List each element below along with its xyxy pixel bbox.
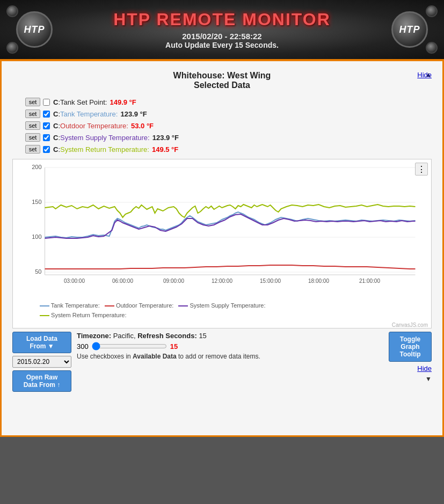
list-item: set C:Tank Set Point: 149.9 °F <box>25 98 432 106</box>
refresh-current-value: 15 <box>170 342 178 350</box>
load-data-button[interactable]: Load DataFrom ▼ <box>12 332 71 353</box>
svg-text:100: 100 <box>32 233 41 240</box>
set-button-5[interactable]: set <box>25 145 40 154</box>
svg-text:18:00:00: 18:00:00 <box>308 278 329 284</box>
checkbox-4[interactable] <box>43 134 50 141</box>
canvasjs-credit: CanvasJS.com <box>13 322 431 328</box>
main-content: Whitehouse: West Wing Selected Data ▲ Hi… <box>0 61 444 437</box>
svg-text:12:00:00: 12:00:00 <box>212 278 232 284</box>
set-button-4[interactable]: set <box>25 133 40 142</box>
list-item: set C:Tank Temperature: 123.9 °F <box>25 109 432 118</box>
slider-min-label: 300 <box>77 342 89 350</box>
timezone-value: Pacific <box>113 332 134 340</box>
header-datetime: 2015/02/20 - 22:58:22 <box>182 32 261 41</box>
tank-temp-line <box>45 212 416 238</box>
hide-link-bottom[interactable]: Hide <box>417 364 432 372</box>
outdoor-temp-line <box>45 265 416 269</box>
chart-legend: Tank Temperature: Outdoor Temperature: S… <box>13 299 431 322</box>
checkbox-5[interactable] <box>43 146 50 153</box>
screw-bottom-left <box>6 42 18 54</box>
header-autoupdate: Auto Update Every 15 Seconds. <box>165 41 279 49</box>
svg-text:50: 50 <box>35 268 41 275</box>
bottom-controls: Load DataFrom ▼ 2015.02.20 Open RawData … <box>12 332 432 392</box>
date-select[interactable]: 2015.02.20 <box>12 356 71 368</box>
svg-text:15:00:00: 15:00:00 <box>260 278 281 284</box>
checkbox-3[interactable] <box>43 122 50 129</box>
center-controls: Timezone: Pacific, Refresh Seconds: 15 3… <box>77 332 383 360</box>
down-arrow-icon: ▼ <box>425 375 432 383</box>
svg-text:09:00:00: 09:00:00 <box>163 278 184 284</box>
location-header: Whitehouse: West Wing Selected Data ▲ Hi… <box>12 71 432 90</box>
open-raw-data-button[interactable]: Open RawData From ↑ <box>12 370 71 392</box>
chart-menu-button[interactable]: ⋮ <box>415 163 428 176</box>
set-button-2[interactable]: set <box>25 109 40 118</box>
svg-text:150: 150 <box>32 199 41 205</box>
checkbox-1[interactable] <box>43 99 50 106</box>
svg-text:21:00:00: 21:00:00 <box>359 278 380 284</box>
system-supply-line <box>45 214 416 238</box>
list-item: set C:Outdoor Temperature: 53.0 °F <box>25 121 432 130</box>
right-controls: ToggleGraphTooltip Hide ▼ <box>389 332 432 383</box>
screw-top-left <box>6 5 18 17</box>
location-title: Whitehouse: West Wing Selected Data <box>12 71 432 90</box>
refresh-slider[interactable] <box>92 342 167 350</box>
list-item: set C:System Return Temperature: 149.5 °… <box>25 145 432 154</box>
app-title: HTP REMOTE MONITOR <box>113 10 331 30</box>
refresh-slider-row: 300 15 <box>77 342 383 350</box>
htp-logo-right: HTP <box>391 11 428 48</box>
chart-container: ⋮ 200 150 100 50 03:00:00 06:00:00 09:00… <box>12 159 432 328</box>
toggle-graph-button[interactable]: ToggleGraphTooltip <box>389 332 432 362</box>
set-button-3[interactable]: set <box>25 121 40 130</box>
header: HTP HTP HTP REMOTE MONITOR 2015/02/20 - … <box>0 0 444 61</box>
checkbox-2[interactable] <box>43 111 50 118</box>
svg-text:06:00:00: 06:00:00 <box>112 278 133 284</box>
htp-logo-left: HTP <box>16 11 53 48</box>
use-checkboxes-text: Use checkboxes in Available Data to add … <box>77 353 383 360</box>
data-items-list: set C:Tank Set Point: 149.9 °F set C:Tan… <box>12 98 432 154</box>
hide-link-top[interactable]: Hide <box>417 71 432 79</box>
chart-svg: 200 150 100 50 03:00:00 06:00:00 09:00:0… <box>13 159 431 299</box>
set-button-1[interactable]: set <box>25 98 40 106</box>
svg-text:200: 200 <box>32 164 41 170</box>
timezone-info: Timezone: Pacific, Refresh Seconds: 15 <box>77 332 383 340</box>
screw-bottom-right <box>426 42 438 54</box>
list-item: set C:System Supply Temperature: 123.9 °… <box>25 133 432 142</box>
refresh-seconds-value: 15 <box>199 332 206 340</box>
svg-text:03:00:00: 03:00:00 <box>64 278 85 284</box>
left-controls: Load DataFrom ▼ 2015.02.20 Open RawData … <box>12 332 71 392</box>
screw-top-right <box>426 5 438 17</box>
